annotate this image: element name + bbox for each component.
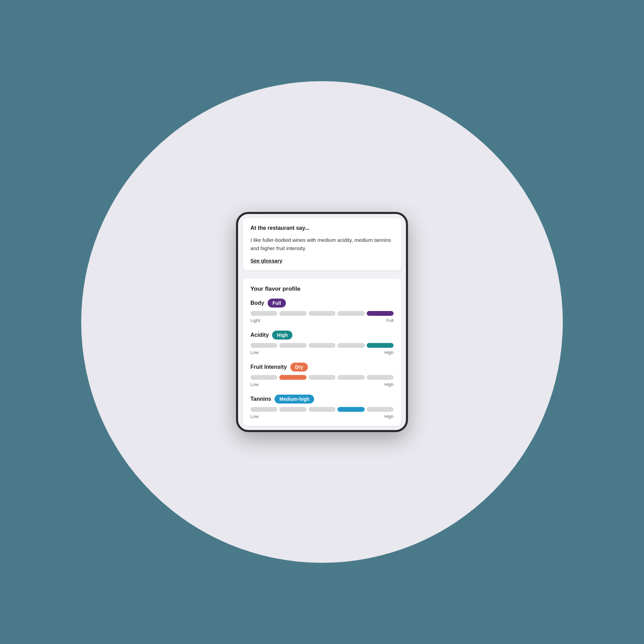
phone-frame: At the restaurant say... I like fuller-b… xyxy=(236,212,408,432)
body-row: Body Full Light Full xyxy=(250,299,394,323)
acidity-seg-3 xyxy=(309,343,335,348)
tannins-seg-2 xyxy=(279,407,306,412)
tannins-label-right: High xyxy=(384,414,394,419)
background-circle: At the restaurant say... I like fuller-b… xyxy=(81,81,563,563)
body-label-right: Full xyxy=(386,318,394,323)
body-seg-1 xyxy=(250,311,277,316)
acidity-bar xyxy=(250,343,394,348)
fruit-bar xyxy=(250,375,394,380)
acidity-seg-4 xyxy=(337,343,364,348)
fruit-badge: Dry xyxy=(290,363,308,372)
fruit-seg-2 xyxy=(279,375,306,380)
restaurant-card: At the restaurant say... I like fuller-b… xyxy=(243,218,401,270)
restaurant-card-body: I like fuller-bodied wines with medium a… xyxy=(250,236,394,252)
fruit-bar-labels: Low High xyxy=(250,382,394,387)
tannins-seg-4 xyxy=(337,407,364,412)
acidity-bar-labels: Low High xyxy=(250,350,394,355)
body-label-left: Light xyxy=(250,318,260,323)
fruit-row-header: Fruit Intensity Dry xyxy=(250,363,394,372)
body-label: Body xyxy=(250,300,264,306)
tannins-seg-1 xyxy=(250,407,277,412)
acidity-seg-5 xyxy=(367,343,394,348)
tannins-bar-labels: Low High xyxy=(250,414,394,419)
body-row-header: Body Full xyxy=(250,299,394,308)
acidity-seg-2 xyxy=(279,343,306,348)
tannins-badge: Medium-high xyxy=(275,395,314,404)
acidity-label: Acidity xyxy=(250,332,269,338)
body-seg-2 xyxy=(279,311,306,316)
body-seg-5 xyxy=(367,311,394,316)
acidity-label-right: High xyxy=(384,350,394,355)
tannins-seg-5 xyxy=(367,407,394,412)
fruit-label-right: High xyxy=(384,382,394,387)
body-bar-labels: Light Full xyxy=(250,318,394,323)
body-seg-4 xyxy=(337,311,364,316)
fruit-seg-4 xyxy=(337,375,364,380)
body-bar xyxy=(250,311,394,316)
acidity-seg-1 xyxy=(250,343,277,348)
fruit-seg-1 xyxy=(250,375,277,380)
body-badge: Full xyxy=(268,299,286,308)
restaurant-card-title: At the restaurant say... xyxy=(250,225,394,231)
tannins-seg-3 xyxy=(309,407,335,412)
fruit-seg-3 xyxy=(309,375,335,380)
flavor-profile-card: Your flavor profile Body Full Light Full xyxy=(243,279,401,426)
tannins-label-left: Low xyxy=(250,414,259,419)
flavor-profile-title: Your flavor profile xyxy=(250,286,394,292)
tannins-label: Tannins xyxy=(250,396,271,402)
acidity-badge: High xyxy=(272,331,292,340)
acidity-row-header: Acidity High xyxy=(250,331,394,340)
tannins-bar xyxy=(250,407,394,412)
acidity-label-left: Low xyxy=(250,350,259,355)
fruit-seg-5 xyxy=(367,375,394,380)
body-seg-3 xyxy=(309,311,335,316)
fruit-row: Fruit Intensity Dry Low High xyxy=(250,363,394,387)
fruit-label: Fruit Intensity xyxy=(250,364,287,370)
tannins-row: Tannins Medium-high Low High xyxy=(250,395,394,419)
see-glossary-link[interactable]: See glossary xyxy=(250,258,394,264)
acidity-row: Acidity High Low High xyxy=(250,331,394,355)
fruit-label-left: Low xyxy=(250,382,259,387)
tannins-row-header: Tannins Medium-high xyxy=(250,395,394,404)
